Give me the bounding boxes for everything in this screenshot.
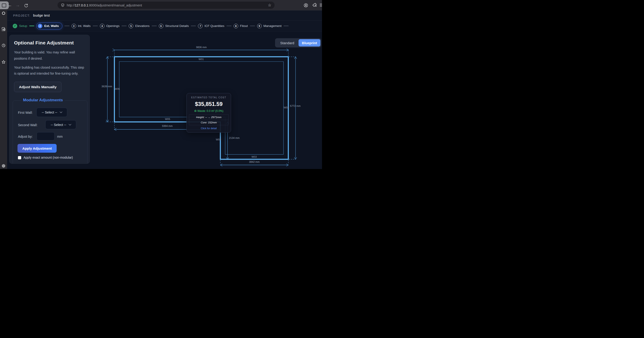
view-mode-toggle: Standard Blueprint bbox=[275, 38, 321, 48]
step-label: Structural Details bbox=[165, 24, 189, 28]
exact-amount-checkbox-label: Apply exact amount (non-modular) bbox=[24, 156, 73, 159]
step-label: Fitout bbox=[240, 24, 248, 28]
panel-description: Your building is valid. You may refine w… bbox=[14, 49, 85, 62]
first-wall-label: First Wall: bbox=[18, 111, 33, 114]
wall-label-w02: W02 bbox=[284, 106, 289, 109]
back-arrow-icon: ← bbox=[8, 3, 12, 8]
shield-check-icon bbox=[61, 3, 65, 7]
waste-text: Waste: 0.0 m² (0.0%) bbox=[198, 109, 224, 112]
step-connector bbox=[250, 26, 255, 26]
step-number: 2 bbox=[38, 24, 42, 28]
stepper-step-management[interactable]: 9Management bbox=[257, 24, 282, 28]
second-wall-select[interactable]: -- Select -- bbox=[45, 120, 76, 129]
account-icon bbox=[303, 3, 308, 8]
stepper-step-icf-quantities[interactable]: 7ICF Quantities bbox=[198, 24, 224, 28]
assistant-logo-icon[interactable] bbox=[2, 11, 6, 16]
unit-label: mm bbox=[57, 135, 62, 138]
project-header: PROJECT: budge test bbox=[7, 10, 322, 20]
step-number: 8 bbox=[234, 24, 238, 28]
dimension-label-top: 9836 mm bbox=[196, 46, 207, 48]
stepper-step-int-walls[interactable]: 3Int. Walls bbox=[72, 24, 91, 28]
stepper-step-openings[interactable]: 4Openings bbox=[100, 24, 120, 28]
bookmark-star-icon[interactable]: ☆ bbox=[268, 3, 271, 7]
dimension-label-middle: 2134 mm bbox=[229, 136, 240, 139]
section-title: Modular Adjustments bbox=[21, 98, 65, 102]
adjust-by-input[interactable] bbox=[36, 132, 54, 140]
stepper-step-structural-details[interactable]: 6Structural Details bbox=[159, 24, 189, 28]
browser-side-rail bbox=[0, 10, 7, 169]
wall-label-w03: W03 bbox=[252, 156, 257, 158]
step-number: 6 bbox=[159, 24, 164, 28]
stepper-step-ext-walls[interactable]: 2Ext. Walls bbox=[36, 22, 62, 30]
height-row: Height: -- → 2971mm bbox=[189, 115, 228, 120]
step-connector bbox=[191, 26, 196, 26]
dimension-label-bottom-right: 3842 mm bbox=[249, 160, 260, 163]
first-wall-select-value: -- Select -- bbox=[42, 110, 57, 114]
page-title: Optional Fine Adjustment bbox=[14, 40, 85, 46]
cost-card-details: Height: -- → 2971mm Core: 152mm bbox=[189, 114, 228, 125]
page-content: PROJECT: budge test ✓Setup2Ext. Walls3In… bbox=[7, 10, 322, 169]
core-row: Core: 152mm bbox=[189, 120, 228, 125]
devices-icon[interactable] bbox=[2, 27, 6, 31]
wall-label-w06: W06 bbox=[114, 88, 120, 90]
history-clock-icon[interactable] bbox=[2, 43, 6, 48]
first-wall-select[interactable]: -- Select -- bbox=[36, 108, 67, 117]
wall-label-w04: W04 bbox=[216, 138, 221, 141]
adjustment-panel: Optional Fine Adjustment Your building i… bbox=[9, 35, 90, 164]
stepper: ✓Setup2Ext. Walls3Int. Walls4Openings5El… bbox=[7, 20, 322, 32]
apply-adjustment-button[interactable]: Apply Adjustment bbox=[18, 144, 56, 153]
step-label: Ext. Walls bbox=[44, 24, 59, 28]
reload-icon bbox=[24, 3, 28, 8]
step-number: 7 bbox=[198, 24, 202, 28]
dimension-label-left: 3639 mm bbox=[102, 85, 112, 88]
click-for-detail-link[interactable]: Click for detail bbox=[189, 127, 228, 130]
square-icon bbox=[2, 4, 6, 7]
panel-description-2: Your building has closed successfully. T… bbox=[14, 64, 85, 77]
adjust-by-label: Adjust by: bbox=[18, 135, 33, 138]
step-number: 3 bbox=[72, 24, 76, 28]
chevron-down-icon bbox=[60, 110, 62, 113]
menu-button[interactable] bbox=[320, 3, 322, 8]
step-label: Openings bbox=[106, 24, 120, 28]
waste-line: ♻ Waste: 0.0 m² (0.0%) bbox=[189, 109, 228, 112]
modular-adjustments-section: Modular Adjustments First Wall: -- Selec… bbox=[13, 100, 88, 164]
dimension-label-bottom-left: 5994 mm bbox=[162, 124, 172, 127]
exact-amount-checkbox[interactable] bbox=[18, 156, 21, 159]
puzzle-piece-icon bbox=[312, 3, 317, 8]
step-label: ICF Quantities bbox=[204, 24, 224, 28]
module-rounding-note: Adjustment will be rounded to the neares… bbox=[18, 163, 85, 164]
project-name: budge test bbox=[33, 13, 50, 18]
blueprint-view-button[interactable]: Blueprint bbox=[298, 39, 320, 46]
stepper-step-elevations[interactable]: 5Elevations bbox=[129, 24, 150, 28]
step-label: Elevations bbox=[135, 24, 150, 28]
extensions-button[interactable] bbox=[312, 3, 317, 8]
address-bar[interactable]: http://127.0.0.1:8000/adjustment/manual_… bbox=[58, 2, 274, 9]
dimension-label-right: 5772 mm bbox=[290, 104, 300, 107]
standard-view-button[interactable]: Standard bbox=[276, 41, 298, 45]
reload-button[interactable] bbox=[23, 0, 29, 10]
app-window: ← → http://127.0.0.1:8000/adjustment/man… bbox=[0, 0, 322, 169]
forward-button[interactable]: → bbox=[15, 0, 21, 10]
wall-label-w05: W05 bbox=[165, 118, 170, 120]
back-button[interactable]: ← bbox=[7, 0, 13, 10]
profile-button[interactable] bbox=[303, 3, 308, 8]
main-area: Optional Fine Adjustment Your building i… bbox=[7, 32, 322, 169]
check-icon: ✓ bbox=[13, 24, 17, 28]
stepper-step-setup[interactable]: ✓Setup bbox=[13, 24, 27, 28]
stepper-step-fitout[interactable]: 8Fitout bbox=[234, 24, 248, 28]
adjust-walls-manually-button[interactable]: Adjust Walls Manually bbox=[14, 82, 62, 92]
hamburger-menu-icon bbox=[320, 3, 322, 7]
step-connector bbox=[122, 26, 126, 26]
chevron-down-icon bbox=[68, 123, 71, 125]
step-label: Int. Walls bbox=[78, 24, 91, 28]
step-connector bbox=[64, 26, 70, 26]
favorites-star-icon[interactable] bbox=[2, 60, 6, 64]
url-text[interactable]: http://127.0.0.1:8000/adjustment/manual_… bbox=[67, 4, 142, 7]
estimated-cost-card[interactable]: ESTIMATED TOTAL COST $35,851.59 ♻ Waste:… bbox=[186, 93, 231, 132]
total-cost-value: $35,851.59 bbox=[189, 101, 228, 107]
forward-arrow-icon: → bbox=[16, 3, 20, 8]
second-wall-select-value: -- Select -- bbox=[51, 123, 66, 127]
wall-label-w01: W01 bbox=[199, 58, 204, 60]
settings-gear-icon[interactable] bbox=[2, 164, 6, 168]
step-number: 9 bbox=[257, 24, 262, 28]
